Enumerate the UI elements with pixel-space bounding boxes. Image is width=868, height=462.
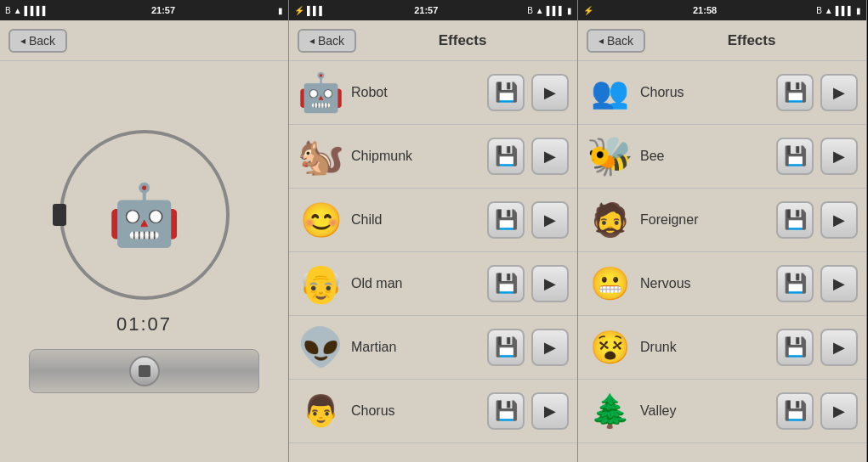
drunk-emoji: 😵 xyxy=(587,324,633,371)
effect-row-foreigner: 🧔 Foreigner 💾 ▶ xyxy=(578,189,866,252)
robot-play-button[interactable]: ▶ xyxy=(531,74,569,111)
valley-save-button[interactable]: 💾 xyxy=(776,392,814,430)
wifi-icon-3: ▲ xyxy=(825,6,833,15)
valley-play-button[interactable]: ▶ xyxy=(820,392,858,430)
robot-emoji: 🤖 xyxy=(298,70,344,116)
status-bar-left-2: ⚡ ▌▌▌ xyxy=(294,6,325,15)
valley-emoji: 🌲 xyxy=(587,388,633,435)
bt-icon-2: B xyxy=(527,6,533,15)
effect-row-oldman: 👴 Old man 💾 ▶ xyxy=(289,252,577,316)
stop-button[interactable] xyxy=(129,356,160,386)
play-icon-martian: ▶ xyxy=(544,338,556,357)
status-bar-left-3: ⚡ xyxy=(583,6,593,15)
save-icon-child: 💾 xyxy=(495,209,518,231)
effects-panel-1: ⚡ ▌▌▌ 21:57 B ▲ ▌▌▌ ▮ Back Effects 🤖 Rob… xyxy=(289,0,578,462)
bee-play-button[interactable]: ▶ xyxy=(820,138,858,175)
play-icon-nervous: ▶ xyxy=(833,274,845,293)
bt-icon-3: B xyxy=(816,6,822,15)
martian-label: Martian xyxy=(351,340,480,355)
time-display: 01:07 xyxy=(116,313,172,335)
status-bar-3: ⚡ 21:58 B ▲ ▌▌▌ ▮ xyxy=(578,0,866,20)
bee-save-button[interactable]: 💾 xyxy=(776,138,814,175)
effect-row-nervous: 😬 Nervous 💾 ▶ xyxy=(578,252,866,316)
effects-list-2: 👥 Chorus 💾 ▶ 🐝 Bee 💾 ▶ 🧔 Foreigner xyxy=(578,61,866,462)
foreigner-save-button[interactable]: 💾 xyxy=(776,201,814,239)
martian-play-button[interactable]: ▶ xyxy=(531,329,569,366)
circle-container: 🤖 xyxy=(60,130,230,300)
martian-emoji: 👽 xyxy=(298,324,344,371)
play-icon-valley: ▶ xyxy=(833,402,845,420)
signal-bars-2: ▌▌▌ xyxy=(547,6,564,15)
chorus2-label: Chorus xyxy=(640,85,769,100)
oldman-label: Old man xyxy=(351,276,480,291)
effects-panel-2: ⚡ 21:58 B ▲ ▌▌▌ ▮ Back Effects 👥 Chorus … xyxy=(578,0,867,462)
status-bar-left-1: B ▲ ▌▌▌▌ xyxy=(5,6,48,15)
foreigner-emoji: 🧔 xyxy=(587,197,633,244)
chipmunk-save-button[interactable]: 💾 xyxy=(487,138,525,175)
save-icon-bee: 💾 xyxy=(784,145,807,167)
top-bar-1: Back xyxy=(0,20,288,61)
effect-row-robot: 🤖 Robot 💾 ▶ xyxy=(289,61,577,125)
status-bar-right-1: ▮ xyxy=(278,6,283,15)
stop-icon xyxy=(139,365,150,377)
signal-icon-2: ▌▌▌ xyxy=(307,6,325,15)
chorus1-save-button[interactable]: 💾 xyxy=(487,392,525,430)
save-icon-oldman: 💾 xyxy=(495,273,518,295)
record-bar[interactable] xyxy=(29,349,259,393)
effects-list-1: 🤖 Robot 💾 ▶ 🐿️ Chipmunk 💾 ▶ 😊 Child xyxy=(289,61,577,462)
battery-icon-2: ▮ xyxy=(567,6,572,15)
save-icon-chorus1: 💾 xyxy=(495,400,518,422)
foreigner-label: Foreigner xyxy=(640,212,769,228)
usb-icon-2: ⚡ xyxy=(294,6,304,15)
status-bar-1: B ▲ ▌▌▌▌ 21:57 ▮ xyxy=(0,0,288,20)
effect-row-bee: 🐝 Bee 💾 ▶ xyxy=(578,125,866,189)
chipmunk-play-button[interactable]: ▶ xyxy=(531,138,569,175)
save-icon-martian: 💾 xyxy=(495,336,518,358)
effect-row-chipmunk: 🐿️ Chipmunk 💾 ▶ xyxy=(289,125,577,189)
chorus2-emoji: 👥 xyxy=(587,70,633,116)
child-save-button[interactable]: 💾 xyxy=(487,201,525,239)
chorus1-play-button[interactable]: ▶ xyxy=(531,392,569,430)
drunk-label: Drunk xyxy=(640,340,769,355)
play-icon-drunk: ▶ xyxy=(833,338,845,357)
child-play-button[interactable]: ▶ xyxy=(531,201,569,239)
play-icon-chorus2: ▶ xyxy=(833,83,845,102)
top-bar-2: Back Effects xyxy=(289,20,577,61)
oldman-save-button[interactable]: 💾 xyxy=(487,265,525,302)
robot-icon: 🤖 xyxy=(107,185,181,245)
chorus1-label: Chorus xyxy=(351,403,480,419)
oldman-play-button[interactable]: ▶ xyxy=(531,265,569,302)
martian-save-button[interactable]: 💾 xyxy=(487,329,525,366)
status-bar-right-3: B ▲ ▌▌▌ ▮ xyxy=(816,6,861,15)
play-icon-oldman: ▶ xyxy=(544,274,556,293)
back-button-3[interactable]: Back xyxy=(587,29,645,53)
slider-dot[interactable] xyxy=(53,204,66,226)
play-icon-robot: ▶ xyxy=(544,83,556,102)
top-bar-3: Back Effects xyxy=(578,20,866,61)
save-icon-nervous: 💾 xyxy=(784,273,807,295)
drunk-save-button[interactable]: 💾 xyxy=(776,329,814,366)
play-icon-chorus1: ▶ xyxy=(544,402,556,420)
foreigner-play-button[interactable]: ▶ xyxy=(820,201,858,239)
chorus1-emoji: 👨 xyxy=(298,388,344,435)
play-icon-bee: ▶ xyxy=(833,147,845,166)
effect-row-child: 😊 Child 💾 ▶ xyxy=(289,189,577,252)
effect-row-martian: 👽 Martian 💾 ▶ xyxy=(289,316,577,380)
effects-title-1: Effects xyxy=(356,32,569,49)
chorus2-play-button[interactable]: ▶ xyxy=(820,74,858,111)
child-label: Child xyxy=(351,212,480,228)
play-icon-foreigner: ▶ xyxy=(833,211,845,229)
save-icon-foreigner: 💾 xyxy=(784,209,807,231)
back-button-1[interactable]: Back xyxy=(9,29,67,53)
nervous-emoji: 😬 xyxy=(587,261,633,307)
drunk-play-button[interactable]: ▶ xyxy=(820,329,858,366)
recorder-body: 🤖 01:07 xyxy=(0,61,288,462)
robot-save-button[interactable]: 💾 xyxy=(487,74,525,111)
usb-icon-3: ⚡ xyxy=(583,6,593,15)
chorus2-save-button[interactable]: 💾 xyxy=(776,74,814,111)
nervous-save-button[interactable]: 💾 xyxy=(776,265,814,302)
chipmunk-label: Chipmunk xyxy=(351,149,480,164)
back-button-2[interactable]: Back xyxy=(298,29,356,53)
nervous-play-button[interactable]: ▶ xyxy=(820,265,858,302)
bee-emoji: 🐝 xyxy=(587,133,633,180)
